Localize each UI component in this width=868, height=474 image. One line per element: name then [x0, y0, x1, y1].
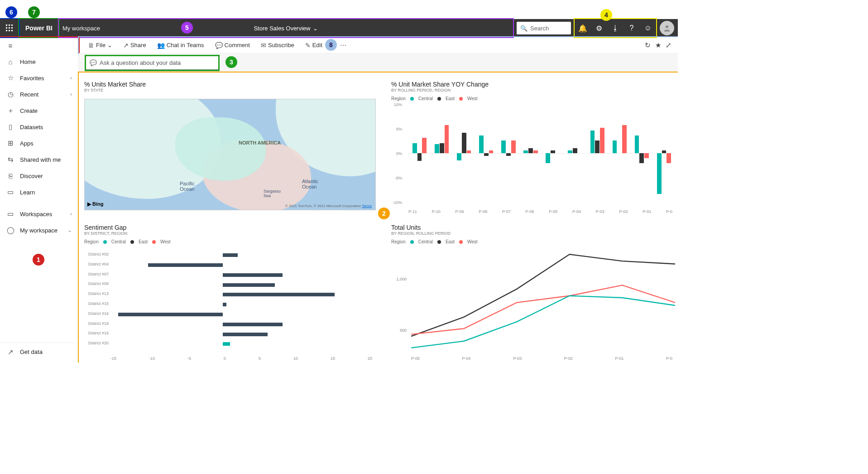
sidebar-item-workspaces[interactable]: ▭Workspaces›: [0, 206, 78, 222]
tile-sentiment[interactable]: Sentiment Gap By District, Region Region…: [79, 219, 381, 363]
search-placeholder: Search: [530, 25, 549, 32]
more-icon: ⋯: [340, 42, 346, 49]
map-continent-label: NORTH AMERICA: [239, 140, 281, 145]
callout-1: 1: [33, 254, 44, 266]
action-label: Comment: [225, 42, 250, 48]
dashboard-canvas: % Units Market Share By State NORTH AMER…: [79, 73, 678, 363]
brand-label[interactable]: Power BI: [19, 19, 59, 37]
sidebar-collapse-button[interactable]: ≡: [0, 37, 78, 53]
svg-rect-4: [9, 27, 10, 29]
sidebar-item-myworkspace[interactable]: ◯My workspace⌄: [0, 222, 78, 238]
app-launcher-button[interactable]: [0, 19, 19, 37]
refresh-button[interactable]: ↻: [645, 41, 651, 49]
book-icon: ▭: [6, 188, 14, 196]
sidebar-label: Home: [20, 58, 36, 65]
svg-rect-6: [6, 30, 7, 31]
action-label: Chat in Teams: [167, 42, 204, 48]
x-axis: P-11P-10P-09P-08P-07P-06P-05P-04P-03P-02…: [408, 209, 672, 214]
sidebar-label: Workspaces: [20, 211, 52, 218]
legend-swatch: [103, 240, 107, 244]
bing-logo: ▶ Bing: [87, 201, 104, 207]
chart-body: [411, 245, 675, 351]
map-visual[interactable]: NORTH AMERICA Pacific Ocean Atlantic Oce…: [84, 99, 376, 210]
chart-body: [408, 102, 675, 204]
legend-swatch: [410, 240, 414, 244]
sidebar-item-learn[interactable]: ▭Learn: [0, 184, 78, 200]
callout-2: 2: [378, 208, 390, 219]
legend-swatch: [437, 97, 441, 101]
map-terms-link[interactable]: Terms: [362, 204, 372, 208]
file-button[interactable]: 🗎File⌄: [84, 37, 116, 53]
download-icon[interactable]: ⭳: [607, 19, 623, 37]
sidebar-item-apps[interactable]: ⊞Apps: [0, 135, 78, 151]
tile-yoy[interactable]: % Unit Market Share YOY Change By Rollin…: [386, 76, 678, 216]
sidebar-item-create[interactable]: ＋Create: [0, 102, 78, 119]
breadcrumb-workspace[interactable]: My workspace: [62, 25, 100, 32]
action-label: File: [96, 42, 106, 48]
favorite-button[interactable]: ★: [655, 41, 661, 49]
header-icon-bar: 🔔 ⚙ ⭳ ? ☺: [575, 19, 656, 37]
sidebar-item-favorites[interactable]: ☆Favorites›: [0, 70, 78, 86]
sidebar-label: Recent: [20, 91, 38, 98]
chevron-down-icon: ⌄: [67, 227, 72, 233]
legend: Region Central East West: [386, 95, 678, 102]
legend: Region Central East West: [79, 238, 381, 245]
search-input[interactable]: 🔍 Search: [517, 22, 571, 34]
sidebar-item-shared[interactable]: ⇆Shared with me: [0, 151, 78, 168]
notifications-icon[interactable]: 🔔: [575, 19, 591, 37]
subscribe-button[interactable]: ✉Subscribe: [257, 37, 298, 53]
legend-swatch: [410, 97, 414, 101]
x-axis: -15-10-505101520: [110, 356, 372, 361]
chat-teams-button[interactable]: 👥Chat in Teams: [153, 37, 208, 53]
svg-point-9: [666, 25, 668, 28]
tile-subtitle: By Region, Rolling Period: [386, 231, 678, 238]
x-axis: P-05P-04P-03P-02P-01P-0: [411, 356, 672, 361]
sidebar-label: Discover: [20, 173, 43, 179]
svg-rect-5: [11, 27, 13, 29]
qna-input[interactable]: 💬 Ask a question about your data: [86, 56, 218, 70]
workspaces-icon: ▭: [6, 210, 14, 218]
comment-button[interactable]: 💬Comment: [211, 37, 254, 53]
sidebar-item-datasets[interactable]: ▯Datasets: [0, 119, 78, 135]
svg-rect-3: [6, 27, 7, 29]
sidebar-label: My workspace: [20, 227, 58, 234]
breadcrumb-dashboard[interactable]: Store Sales Overview ⌄: [254, 25, 318, 32]
tile-totals[interactable]: Total Units By Region, Rolling Period Re…: [386, 219, 678, 363]
help-icon[interactable]: ?: [623, 19, 640, 37]
legend-item: East: [446, 239, 455, 244]
tile-title: % Unit Market Share YOY Change: [386, 76, 678, 88]
map-ocean-label: Pacific Ocean: [180, 181, 194, 192]
chevron-down-icon: ⌄: [313, 25, 318, 32]
chart-body: District #02District #04District #07Dist…: [110, 252, 372, 351]
legend-swatch: [437, 240, 441, 244]
sidebar-label: Favorites: [20, 75, 44, 82]
action-label: Share: [130, 42, 146, 48]
sidebar-item-home[interactable]: ⌂Home: [0, 53, 78, 70]
legend-item: East: [446, 96, 455, 101]
user-avatar[interactable]: [660, 21, 674, 35]
plus-icon: ＋: [6, 106, 14, 115]
svg-rect-2: [11, 24, 13, 26]
y-axis: 1,000500: [386, 245, 408, 352]
qna-placeholder: Ask a question about your data: [100, 59, 181, 66]
tile-title: Total Units: [386, 219, 678, 231]
fullscreen-button[interactable]: ⤢: [666, 41, 671, 49]
sidebar-label: Create: [20, 107, 38, 114]
tile-title: % Units Market Share: [79, 76, 381, 88]
more-actions-button[interactable]: ⋯: [336, 37, 350, 53]
legend-item: West: [160, 239, 171, 244]
circle-icon: ◯: [6, 226, 14, 234]
sidebar-label: Get data: [20, 348, 43, 355]
sidebar-item-getdata[interactable]: ↗Get data: [0, 343, 78, 361]
legend-item: West: [467, 239, 478, 244]
sidebar-item-recent[interactable]: ◷Recent›: [0, 86, 78, 102]
share-icon: ↗: [123, 42, 129, 49]
share-button[interactable]: ↗Share: [120, 37, 150, 53]
tile-subtitle: By State: [79, 88, 381, 95]
feedback-icon[interactable]: ☺: [640, 19, 656, 37]
settings-icon[interactable]: ⚙: [591, 19, 607, 37]
sidebar-item-discover[interactable]: ⎘Discover: [0, 168, 78, 184]
chevron-right-icon: ›: [70, 91, 72, 97]
tile-map[interactable]: % Units Market Share By State NORTH AMER…: [79, 76, 381, 216]
apps-icon: ⊞: [6, 139, 14, 147]
